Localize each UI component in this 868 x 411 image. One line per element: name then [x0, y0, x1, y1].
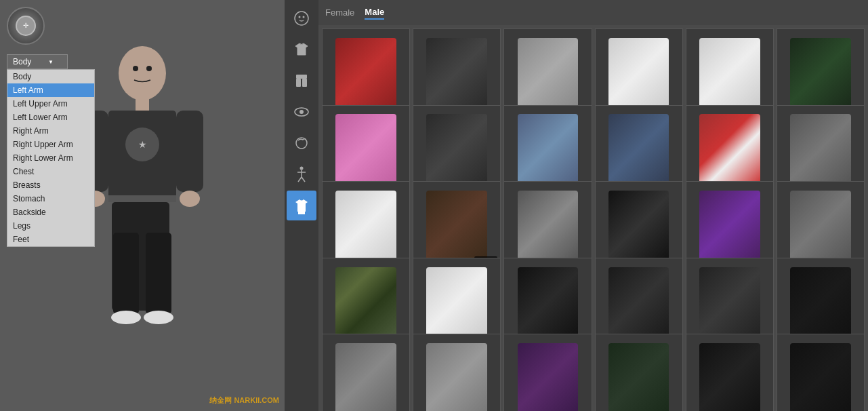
svg-point-13: [133, 66, 138, 71]
dropdown-item[interactable]: Legs: [7, 219, 94, 233]
clothing-item[interactable]: [777, 181, 865, 269]
clothing-item[interactable]: [503, 258, 592, 346]
sidebar-icon-outfit[interactable]: [287, 191, 316, 220]
svg-rect-1: [136, 97, 149, 111]
dropdown-item[interactable]: Left Lower Arm: [7, 111, 94, 124]
clothing-item[interactable]: [777, 28, 865, 117]
clothing-item[interactable]: [686, 105, 774, 193]
svg-line-30: [302, 177, 305, 182]
dropdown-item[interactable]: Stomach: [7, 192, 94, 206]
clothing-item[interactable]: [686, 258, 774, 346]
dropdown-item[interactable]: Right Arm: [7, 124, 94, 138]
clothing-item[interactable]: [686, 334, 774, 411]
clothing-item[interactable]: [595, 334, 683, 411]
clothing-item[interactable]: [595, 181, 683, 269]
clothing-item[interactable]: [413, 258, 501, 346]
gender-tabs: Female Male: [318, 0, 868, 25]
clothing-item[interactable]: [413, 28, 501, 117]
svg-rect-22: [302, 79, 307, 87]
svg-line-29: [298, 177, 302, 182]
clothing-item[interactable]: [322, 28, 410, 117]
clothing-item[interactable]: [413, 105, 501, 193]
svg-point-19: [303, 16, 305, 18]
svg-point-6: [180, 191, 200, 207]
clothing-item[interactable]: [322, 105, 410, 193]
tab-female[interactable]: Female: [325, 6, 354, 19]
svg-point-0: [119, 46, 166, 100]
sidebar-icon-shirt[interactable]: [287, 35, 316, 64]
clothing-item[interactable]: [777, 105, 865, 193]
svg-point-17: [295, 12, 308, 25]
clothing-item[interactable]: [595, 28, 683, 117]
sidebar-icon-hair[interactable]: [287, 128, 316, 158]
dropdown-item[interactable]: Right Lower Arm: [7, 151, 94, 165]
svg-point-24: [299, 110, 304, 114]
svg-rect-9: [113, 233, 139, 314]
clothing-item[interactable]: [322, 334, 410, 411]
svg-point-12: [144, 311, 173, 324]
svg-text:★: ★: [138, 139, 147, 150]
clothing-item[interactable]: [413, 334, 501, 411]
clothing-grid: In Use: [318, 25, 868, 411]
watermark: 纳金网 NARKII.COM: [209, 395, 279, 406]
sidebar-icon-pants[interactable]: [287, 66, 316, 96]
dropdown-item[interactable]: Feet: [7, 233, 94, 246]
clothing-item[interactable]: [503, 105, 592, 193]
dropdown-item[interactable]: Chest: [7, 165, 94, 178]
svg-rect-7: [108, 195, 176, 202]
clothing-item[interactable]: [503, 334, 592, 411]
svg-point-11: [111, 311, 141, 324]
dropdown-item[interactable]: Body: [7, 70, 94, 83]
dropdown-item[interactable]: Breasts: [7, 178, 94, 192]
clothing-item[interactable]: [595, 258, 683, 346]
svg-point-14: [146, 66, 152, 71]
middle-sidebar: [285, 0, 318, 411]
svg-rect-21: [296, 79, 301, 87]
dropdown-menu: BodyLeft ArmLeft Upper ArmLeft Lower Arm…: [7, 69, 95, 247]
clothing-item[interactable]: In Use: [413, 181, 501, 269]
dropdown-item[interactable]: Backside: [7, 206, 94, 219]
dropdown-item[interactable]: Right Upper Arm: [7, 138, 94, 151]
svg-rect-10: [146, 233, 171, 314]
clothing-item[interactable]: [503, 181, 592, 269]
svg-rect-31: [298, 212, 305, 214]
dropdown-item[interactable]: Left Arm: [7, 83, 94, 97]
clothing-item[interactable]: [777, 258, 865, 346]
tab-male[interactable]: Male: [365, 5, 384, 20]
clothing-item[interactable]: [322, 258, 410, 346]
dropdown-item[interactable]: Left Upper Arm: [7, 97, 94, 111]
sidebar-icon-face[interactable]: [287, 3, 316, 33]
sidebar-icon-eye[interactable]: [287, 97, 316, 127]
body-dropdown-container: Body BodyLeft ArmLeft Upper ArmLeft Lowe…: [7, 54, 68, 69]
clothing-item[interactable]: [777, 334, 865, 411]
clothing-item[interactable]: [686, 181, 774, 269]
svg-point-26: [300, 167, 304, 170]
dropdown-selected-label: Body: [13, 57, 31, 66]
clothing-item[interactable]: [503, 28, 592, 117]
sidebar-icon-body[interactable]: [287, 159, 316, 189]
right-panel: Female Male In Use: [318, 0, 868, 411]
svg-rect-20: [296, 75, 307, 79]
clothing-item[interactable]: [686, 28, 774, 117]
svg-point-18: [299, 16, 301, 18]
body-dropdown-button[interactable]: Body: [7, 54, 68, 69]
svg-rect-4: [176, 111, 203, 192]
clothing-item[interactable]: [322, 181, 410, 269]
left-panel: ✛ Body BodyLeft ArmLeft Upper ArmLeft Lo…: [0, 0, 285, 411]
clothing-item[interactable]: [595, 105, 683, 193]
